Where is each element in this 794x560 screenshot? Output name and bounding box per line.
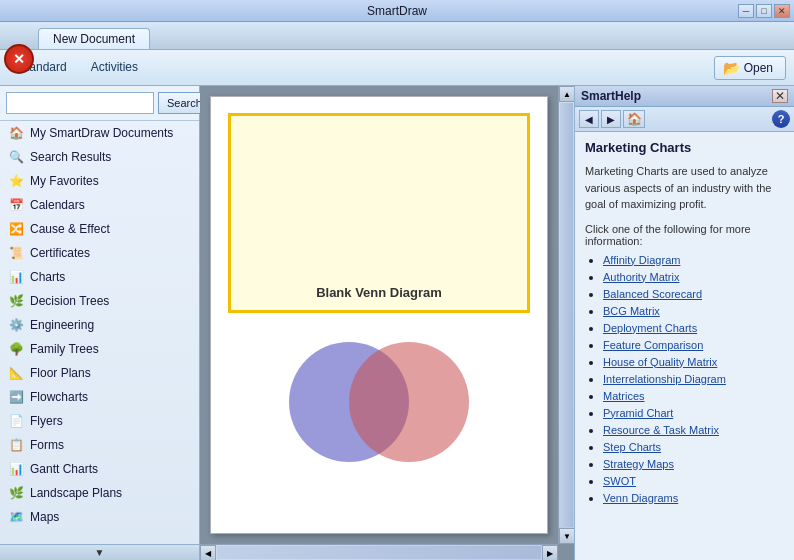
sidebar-item-certificates[interactable]: 📜Certificates [0, 241, 199, 265]
open-button[interactable]: 📂 Open [714, 56, 786, 80]
sidebar-item-calendars[interactable]: 📅Calendars [0, 193, 199, 217]
new-document-tab[interactable]: New Document [38, 28, 150, 49]
smarthelp-link-bcg-matrix[interactable]: BCG Matrix [603, 305, 660, 317]
canvas-scroll-horizontal[interactable]: ◀ ▶ [200, 544, 558, 560]
smarthelp-link-strategy-maps[interactable]: Strategy Maps [603, 458, 674, 470]
folder-icon: 📂 [723, 60, 740, 76]
cause-effect-icon: 🔀 [8, 221, 24, 237]
scroll-down-button[interactable]: ▼ [559, 528, 574, 544]
scroll-thumb-h[interactable] [217, 546, 541, 559]
sidebar-item-floor-plans[interactable]: 📐Floor Plans [0, 361, 199, 385]
canvas-area: Blank Venn Diagram ▲ ▼ ◀ ▶ [200, 86, 574, 560]
sidebar-nav[interactable]: 🏠My SmartDraw Documents🔍Search Results⭐M… [0, 121, 199, 544]
decision-trees-label: Decision Trees [30, 294, 109, 308]
smarthelp-forward-button[interactable]: ▶ [601, 110, 621, 128]
sidebar-item-flowcharts[interactable]: ➡️Flowcharts [0, 385, 199, 409]
smarthelp-title-bar: SmartHelp ✕ [575, 86, 794, 107]
flowcharts-icon: ➡️ [8, 389, 24, 405]
smarthelp-link-authority-matrix[interactable]: Authority Matrix [603, 271, 679, 283]
yellow-box: Blank Venn Diagram [228, 113, 530, 313]
smarthelp-close-button[interactable]: ✕ [772, 89, 788, 103]
maps-icon: 🗺️ [8, 509, 24, 525]
flyers-icon: 📄 [8, 413, 24, 429]
smarthelp-link-house-of-quality-matrix[interactable]: House of Quality Matrix [603, 356, 717, 368]
app-title: SmartDraw [367, 4, 427, 18]
flowcharts-label: Flowcharts [30, 390, 88, 404]
certificates-icon: 📜 [8, 245, 24, 261]
scroll-up-button[interactable]: ▲ [559, 86, 574, 102]
scroll-right-button[interactable]: ▶ [542, 545, 558, 560]
sidebar-item-engineering[interactable]: ⚙️Engineering [0, 313, 199, 337]
smarthelp-link-feature-comparison[interactable]: Feature Comparison [603, 339, 703, 351]
search-input[interactable] [6, 92, 154, 114]
venn-circle-right [349, 342, 469, 462]
canvas-inner: Blank Venn Diagram [210, 96, 548, 534]
sidebar-item-decision-trees[interactable]: 🌿Decision Trees [0, 289, 199, 313]
family-trees-label: Family Trees [30, 342, 99, 356]
sidebar-item-my-smartdraw[interactable]: 🏠My SmartDraw Documents [0, 121, 199, 145]
smarthelp-back-button[interactable]: ◀ [579, 110, 599, 128]
floor-plans-label: Floor Plans [30, 366, 91, 380]
smarthelp-help-button[interactable]: ? [772, 110, 790, 128]
forms-label: Forms [30, 438, 64, 452]
smarthelp-link-deployment-charts[interactable]: Deployment Charts [603, 322, 697, 334]
sidebar-item-cause-effect[interactable]: 🔀Cause & Effect [0, 217, 199, 241]
canvas-scroll-vertical[interactable]: ▲ ▼ [558, 86, 574, 544]
engineering-label: Engineering [30, 318, 94, 332]
activities-tab[interactable]: Activities [81, 56, 148, 80]
sidebar-item-gantt-charts[interactable]: 📊Gantt Charts [0, 457, 199, 481]
minimize-button[interactable]: ─ [738, 4, 754, 18]
smarthelp-link-venn-diagrams[interactable]: Venn Diagrams [603, 492, 678, 504]
gantt-charts-icon: 📊 [8, 461, 24, 477]
smarthelp-link-balanced-scorecard[interactable]: Balanced Scorecard [603, 288, 702, 300]
sidebar-item-family-trees[interactable]: 🌳Family Trees [0, 337, 199, 361]
cause-effect-label: Cause & Effect [30, 222, 110, 236]
smarthelp-content: Marketing Charts Marketing Charts are us… [575, 132, 794, 560]
smarthelp-nav: ◀ ▶ 🏠 ? [575, 107, 794, 132]
blank-venn-label: Blank Venn Diagram [316, 285, 442, 300]
scroll-left-button[interactable]: ◀ [200, 545, 216, 560]
forms-icon: 📋 [8, 437, 24, 453]
smarthelp-link-affinity-diagram[interactable]: Affinity Diagram [603, 254, 680, 266]
smarthelp-link-intro: Click one of the following for more info… [585, 223, 784, 247]
landscape-plans-icon: 🌿 [8, 485, 24, 501]
sidebar-item-forms[interactable]: 📋Forms [0, 433, 199, 457]
engineering-icon: ⚙️ [8, 317, 24, 333]
sidebar-item-flyers[interactable]: 📄Flyers [0, 409, 199, 433]
window-controls: ─ □ ✕ [738, 4, 790, 18]
search-results-icon: 🔍 [8, 149, 24, 165]
title-bar: SmartDraw ─ □ ✕ [0, 0, 794, 22]
sidebar-item-my-favorites[interactable]: ⭐My Favorites [0, 169, 199, 193]
decision-trees-icon: 🌿 [8, 293, 24, 309]
maximize-button[interactable]: □ [756, 4, 772, 18]
smarthelp-link-interrelationship-diagram[interactable]: Interrelationship Diagram [603, 373, 726, 385]
search-bar: Search [0, 86, 199, 121]
my-favorites-label: My Favorites [30, 174, 99, 188]
smarthelp-home-button[interactable]: 🏠 [623, 110, 645, 128]
smarthelp-link-pyramid-chart[interactable]: Pyramid Chart [603, 407, 673, 419]
gantt-charts-label: Gantt Charts [30, 462, 98, 476]
app-close-icon[interactable]: ✕ [4, 44, 34, 74]
smarthelp-link-swot[interactable]: SWOT [603, 475, 636, 487]
doc-preview: Blank Venn Diagram [211, 97, 547, 533]
sidebar-item-search-results[interactable]: 🔍Search Results [0, 145, 199, 169]
sidebar-item-maps[interactable]: 🗺️Maps [0, 505, 199, 529]
toolbar: Standard Activities 📂 Open [0, 50, 794, 86]
smarthelp-title: SmartHelp [581, 89, 641, 103]
sidebar-scroll-down[interactable]: ▼ [0, 544, 199, 560]
sidebar-item-charts[interactable]: 📊Charts [0, 265, 199, 289]
scroll-thumb-v[interactable] [560, 103, 573, 527]
calendars-label: Calendars [30, 198, 85, 212]
my-smartdraw-icon: 🏠 [8, 125, 24, 141]
smarthelp-description: Marketing Charts are used to analyze var… [585, 163, 784, 213]
smarthelp-link-matrices[interactable]: Matrices [603, 390, 645, 402]
maps-label: Maps [30, 510, 59, 524]
smarthelp-link-resource-and-task-matrix[interactable]: Resource & Task Matrix [603, 424, 719, 436]
tab-bar: New Document [0, 22, 794, 50]
family-trees-icon: 🌳 [8, 341, 24, 357]
search-results-label: Search Results [30, 150, 111, 164]
sidebar-item-landscape-plans[interactable]: 🌿Landscape Plans [0, 481, 199, 505]
smarthelp-panel: SmartHelp ✕ ◀ ▶ 🏠 ? Marketing Charts Mar… [574, 86, 794, 560]
smarthelp-link-step-charts[interactable]: Step Charts [603, 441, 661, 453]
close-button[interactable]: ✕ [774, 4, 790, 18]
